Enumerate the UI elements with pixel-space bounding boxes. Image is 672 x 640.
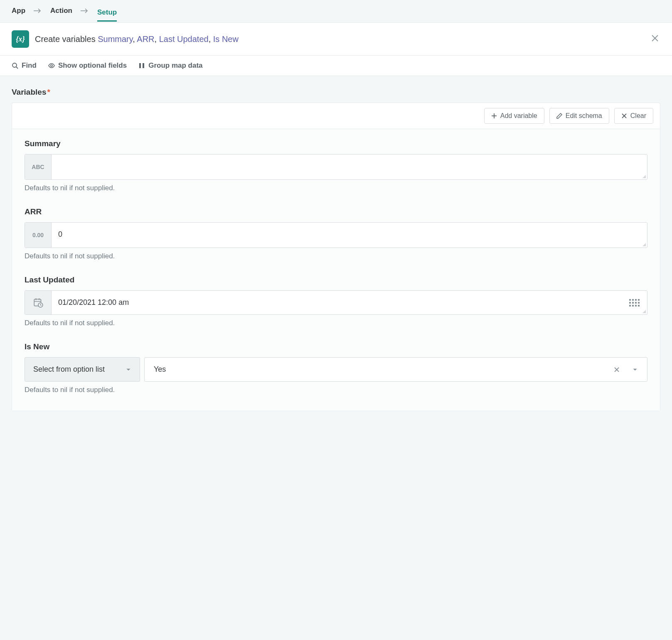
title-prefix: Create variables [35, 34, 98, 44]
is-new-value: Yes [154, 365, 605, 374]
plus-icon [491, 113, 497, 119]
find-button[interactable]: Find [12, 61, 37, 70]
text-type-icon: ABC [25, 154, 52, 179]
add-variable-button[interactable]: Add variable [484, 108, 544, 124]
is-new-mode-dropdown[interactable]: Select from option list [25, 357, 140, 382]
edit-schema-button[interactable]: Edit schema [549, 108, 609, 124]
last-updated-input-row [25, 290, 647, 315]
calendar-clock-icon [33, 297, 44, 308]
step-header: {x} Create variables Summary, ARR, Last … [0, 23, 672, 56]
is-new-select[interactable]: Yes [144, 357, 647, 382]
search-icon [12, 62, 18, 69]
eye-icon [48, 62, 55, 69]
svg-rect-8 [143, 63, 144, 68]
variables-app-icon: {x} [12, 30, 29, 48]
last-updated-input[interactable] [52, 291, 622, 314]
breadcrumb-setup[interactable]: Setup [97, 6, 117, 22]
dropdown-label: Select from option list [33, 365, 105, 374]
is-new-help: Defaults to nil if not supplied. [25, 386, 647, 394]
title-var-summary: Summary [98, 34, 133, 44]
summary-help: Defaults to nil if not supplied. [25, 184, 647, 192]
field-label-arr: ARR [25, 207, 647, 216]
summary-input-row: ABC [25, 154, 647, 180]
field-last-updated: Last Updated [25, 275, 647, 327]
x-icon [621, 113, 627, 119]
svg-line-5 [16, 67, 18, 69]
svg-rect-7 [139, 63, 141, 68]
svg-point-4 [12, 63, 17, 67]
field-is-new: Is New Select from option list Yes [25, 342, 647, 394]
title-var-is-new: Is New [213, 34, 239, 44]
group-map-button[interactable]: Group map data [138, 61, 202, 70]
show-optional-button[interactable]: Show optional fields [48, 61, 127, 70]
field-summary: Summary ABC Defaults to nil if not suppl… [25, 139, 647, 192]
summary-input[interactable] [52, 154, 647, 179]
breadcrumb: App Action Setup [0, 0, 672, 23]
last-updated-help: Defaults to nil if not supplied. [25, 319, 647, 327]
field-label-is-new: Is New [25, 342, 647, 351]
clear-button[interactable]: Clear [614, 108, 653, 124]
pencil-icon [556, 113, 562, 119]
toolbar: Find Show optional fields Group map data [0, 56, 672, 76]
panel-header: Add variable Edit schema Clear [12, 103, 660, 129]
arr-input[interactable] [52, 223, 647, 248]
arrow-right-icon [34, 7, 42, 15]
is-new-caret-icon[interactable] [629, 363, 641, 376]
caret-down-icon [126, 367, 131, 373]
number-type-icon: 0.00 [25, 223, 52, 248]
breadcrumb-app[interactable]: App [12, 4, 25, 17]
resize-handle-icon[interactable] [642, 309, 646, 314]
field-label-last-updated: Last Updated [25, 275, 647, 284]
is-new-clear-icon[interactable] [610, 363, 623, 376]
content-area: Variables* Add variable Edit schema Clea… [0, 76, 672, 423]
step-title: Create variables Summary, ARR, Last Upda… [35, 34, 644, 44]
variables-section-label: Variables* [12, 88, 660, 97]
arrow-right-icon [81, 7, 89, 15]
title-var-arr: ARR [137, 34, 154, 44]
data-pill-picker-icon[interactable] [622, 299, 647, 307]
svg-line-19 [40, 305, 41, 305]
panel-body: Summary ABC Defaults to nil if not suppl… [12, 129, 660, 411]
field-arr: ARR 0.00 Defaults to nil if not supplied… [25, 207, 647, 260]
close-icon[interactable] [650, 32, 660, 46]
columns-icon [138, 62, 145, 69]
arr-help: Defaults to nil if not supplied. [25, 252, 647, 260]
variables-panel: Add variable Edit schema Clear Summary A… [12, 103, 660, 411]
svg-point-6 [51, 65, 52, 66]
breadcrumb-action[interactable]: Action [50, 4, 72, 17]
arr-input-row: 0.00 [25, 222, 647, 248]
title-var-last-updated: Last Updated [159, 34, 209, 44]
datetime-type-icon [25, 291, 52, 314]
field-label-summary: Summary [25, 139, 647, 148]
